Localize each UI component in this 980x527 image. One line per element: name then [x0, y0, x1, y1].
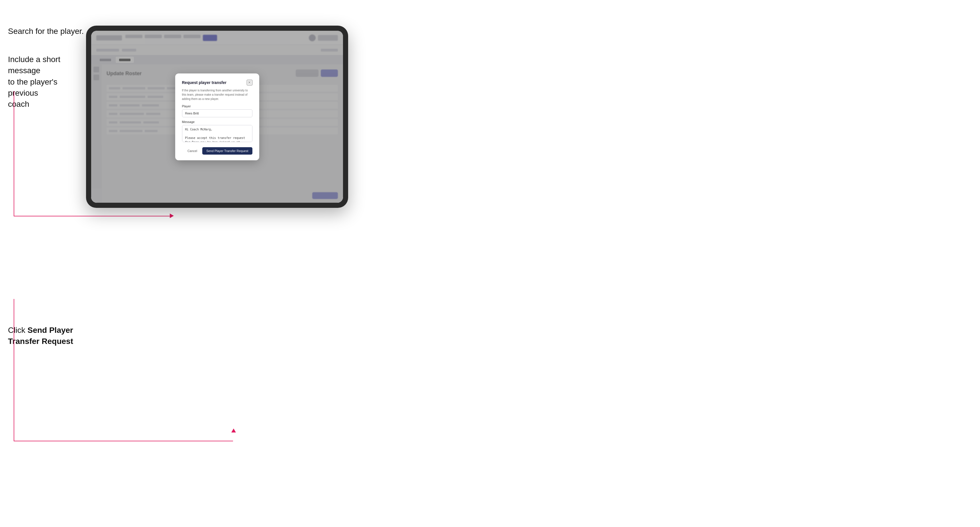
transfer-request-modal: Request player transfer × If the player …	[175, 73, 259, 160]
player-search-input[interactable]	[182, 110, 252, 117]
message-textarea[interactable]: Hi Coach McHarg, Please accept this tran…	[182, 125, 252, 142]
device-screen: Update Roster	[91, 31, 343, 203]
annotation-arrow-2-horizontal	[14, 441, 233, 441]
device-frame: Update Roster	[86, 25, 348, 208]
modal-title: Request player transfer	[182, 80, 226, 85]
message-label: Message	[182, 120, 252, 124]
send-transfer-request-button[interactable]: Send Player Transfer Request	[202, 147, 252, 155]
modal-close-button[interactable]: ×	[247, 80, 252, 86]
instructions-area: Search for the player. Include a short m…	[8, 25, 85, 110]
annotation-arrow-2-tip	[231, 429, 236, 432]
player-label: Player	[182, 105, 252, 108]
close-icon: ×	[248, 80, 251, 85]
annotation-arrow-1-horizontal	[14, 216, 172, 216]
modal-header: Request player transfer ×	[182, 80, 252, 86]
annotation-arrow-2-vertical	[14, 299, 14, 441]
modal-footer: Cancel Send Player Transfer Request	[182, 147, 252, 155]
instruction-step2: Include a short message to the player's …	[8, 54, 85, 110]
instruction-step3: Click Send Player Transfer Request	[8, 325, 73, 347]
cancel-button[interactable]: Cancel	[185, 148, 199, 154]
modal-description: If the player is transferring from anoth…	[182, 88, 252, 101]
annotation-arrow-1-vertical	[14, 91, 14, 216]
annotation-arrow-1-tip	[170, 214, 174, 218]
modal-overlay: Request player transfer × If the player …	[91, 31, 343, 203]
instruction-step1: Search for the player.	[8, 25, 85, 37]
instruction-step3-area: Click Send Player Transfer Request	[8, 325, 73, 347]
